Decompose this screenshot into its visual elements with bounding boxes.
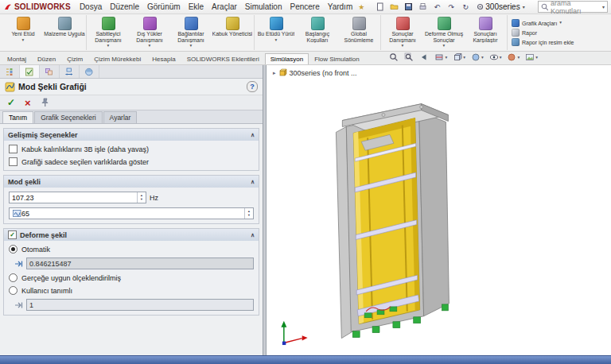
ribbon-button-grafik-araclari[interactable]: Grafik Araçları ▾ [512,19,574,27]
mode-number-input[interactable]: 65 ▴ ▾ [9,207,254,219]
propertymanager-tab[interactable] [20,65,40,78]
pin-menu-icon[interactable]: ★ [358,3,364,11]
menu-gorunum[interactable]: Görünüm [143,2,185,12]
ribbon-button-sonuclar-danismani[interactable]: Sonuçlar Danışmanı ▾ [382,15,423,50]
ribbon-button-malzeme-uygula[interactable]: Malzeme Uygula [44,15,85,50]
menu-pencere[interactable]: Pencere [286,2,323,12]
undo-button[interactable]: ↶ [431,2,442,12]
zoom-area-button[interactable] [404,52,414,62]
mode-number-spinner[interactable]: ▴ ▾ [244,208,253,219]
radio-user-defined[interactable] [9,286,18,295]
tab-flow-simulation[interactable]: Flow Simulation [309,53,364,64]
user-scale-input[interactable]: 1 [26,299,254,311]
ribbon-button-sabitleyici-danismani[interactable]: Sabitleyici Danışmanı ▾ [88,15,129,50]
cabinet-model[interactable] [267,65,611,355]
ribbon-button-deforme-olmus-sonuclar[interactable]: Deforme Olmuş Sonuçlar ▾ [423,15,465,50]
radio-true-scale[interactable] [9,273,18,282]
menu-simulation[interactable]: Simulation [241,2,286,12]
shell-3d-checkbox[interactable] [9,145,18,153]
options-button[interactable] [474,2,485,12]
tab-montaj[interactable]: Montaj [2,53,32,64]
help-button[interactable]: ? [247,81,258,92]
tab-ayarlar[interactable]: Ayarlar [103,111,138,123]
caret-down-icon: ▾ [190,44,193,48]
tab-tanim[interactable]: Tanım [2,111,33,123]
spinner-down-icon: ▾ [248,214,250,218]
ok-button[interactable]: ✓ [7,98,15,107]
redo-button[interactable]: ↷ [446,2,457,12]
ribbon-button-bu-etudu-yurut[interactable]: Bu Etüdü Yürüt ▾ [255,15,297,50]
ribbon-button-sonuclari-karsilastir[interactable]: Sonuçları Karşılaştır [465,15,506,50]
hide-show-items-button[interactable]: ▾ [489,52,502,62]
featuremanager-tree-tab[interactable] [0,65,20,78]
displaymanager-tab[interactable] [80,65,99,78]
rebuild-button[interactable]: ↻ [460,2,471,12]
previous-view-button[interactable] [419,52,429,62]
selected-entities-checkbox[interactable] [9,157,18,166]
featuremanager-tree-icon [5,68,14,76]
section-view-button[interactable]: ▾ [434,52,447,62]
deformed-shape-checkbox[interactable]: ✓ [8,230,17,239]
status-bar [0,355,611,364]
breadcrumb[interactable]: ▸ 300series (no front ... [273,68,357,77]
command-search[interactable]: arama Komutları ▾ [538,1,608,13]
tab-simulasyon[interactable]: Simülasyon [265,53,309,64]
ribbon-group-run: Bu Etüdü Yürüt ▾ Başlangıç Koşulları Glo… [255,15,381,50]
radio-otomatik[interactable] [9,245,18,254]
menu-yardim[interactable]: Yardım [324,2,357,12]
menu-dosya[interactable]: Dosya [76,2,106,12]
breadcrumb-arrow-icon[interactable]: ▸ [273,70,276,76]
global-damping-icon [352,17,366,30]
tab-cizim-murekkebi[interactable]: Çizim Mürekkebi [88,53,146,64]
ribbon-button-baslangic-kosullari[interactable]: Başlangıç Koşulları [297,15,338,50]
tab-hesapla[interactable]: Hesapla [146,53,181,64]
tab-cizim[interactable]: Çizim [61,53,88,64]
tab-duzen[interactable]: Düzen [32,53,61,64]
view-orientation-button[interactable]: ▾ [453,52,465,62]
apply-scene-button[interactable]: ▾ [525,52,538,62]
new-study-icon [17,17,30,30]
check-icon: ✓ [10,232,15,238]
frequency-spinner[interactable]: ▴ ▾ [137,192,146,203]
search-icon [541,3,548,11]
ribbon-button-kabuk-yoneticisi[interactable]: Kabuk Yöneticisi [212,15,253,50]
open-file-button[interactable] [388,2,399,12]
collapse-chevron-icon[interactable]: ∧ [251,132,255,138]
configurationmanager-tab[interactable] [40,65,60,78]
ribbon-button-global-sonumleme[interactable]: Global Sönümleme [338,15,379,50]
document-title[interactable]: 300series ▾ [485,2,524,11]
section-deformed-shape: ✓ Deforme şekil ∧ Otomatik 0.846215487 [3,228,259,316]
new-file-button[interactable] [374,2,385,12]
appearance-ball-icon [507,52,516,62]
auto-scale-input[interactable]: 0.846215487 [26,258,254,269]
menu-duzenle[interactable]: Düzenle [106,2,143,12]
caret-down-icon: ▾ [445,55,447,60]
display-style-button[interactable]: ▾ [471,52,484,62]
ribbon-button-yeni-etud[interactable]: Yeni Etüd ▾ [2,15,44,50]
section-header-advanced[interactable]: Gelişmiş Seçenekler ∧ [4,129,259,141]
zoom-fit-button[interactable] [389,52,399,62]
graphics-area[interactable]: ▸ 300series (no front ... [267,65,611,355]
menu-ekle[interactable]: Ekle [185,2,208,12]
save-button[interactable] [403,2,414,12]
frequency-input[interactable]: 107.23 ▴ ▾ [9,192,146,203]
collapse-chevron-icon[interactable]: ∧ [251,179,255,185]
ribbon-button-dis-yukler-danismani[interactable]: Dış Yükler Danışmanı ▾ [129,15,170,50]
ribbon-button-rapor[interactable]: Rapor [512,29,574,37]
tab-solidworks-eklentileri[interactable]: SOLIDWORKS Eklentileri [181,53,265,64]
menu-araclar[interactable]: Araçlar [208,2,241,12]
cancel-button[interactable]: × [25,98,31,108]
dimxpertmanager-tab[interactable] [60,65,80,78]
pushpin-icon[interactable] [41,98,49,107]
edit-appearance-button[interactable]: ▾ [507,52,520,62]
report-image-icon [512,38,520,46]
user-scale-row: 1 [9,299,254,311]
ribbon-button-baglantilar-danismani[interactable]: Bağlantılar Danışmanı ▾ [170,15,212,50]
section-header-mode-shape[interactable]: Mod şekli ∧ [4,176,259,188]
print-button[interactable] [417,2,428,12]
tab-grafik-secenekleri[interactable]: Grafik Seçenekleri [34,111,102,123]
frequency-unit: Hz [150,194,158,202]
ribbon-button-rapor-resim-ekle[interactable]: Rapor için resim ekle [512,38,574,46]
section-header-deformed-shape[interactable]: ✓ Deforme şekil ∧ [4,229,259,241]
collapse-chevron-icon[interactable]: ∧ [251,232,255,238]
